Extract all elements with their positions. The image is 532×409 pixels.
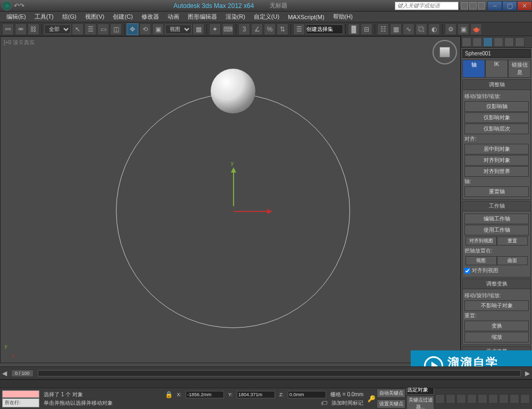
tab-hierarchy-icon[interactable] [483, 37, 493, 47]
menu-render[interactable]: 渲染(R) [221, 12, 250, 22]
tag-icon[interactable]: 🏷 [321, 400, 327, 406]
btn-set-key[interactable]: 设置关键点 [377, 399, 405, 408]
gizmo-x-axis[interactable] [234, 211, 271, 212]
info-icon[interactable] [461, 2, 468, 10]
app-icon[interactable] [2, 1, 12, 11]
view-cube[interactable] [433, 40, 457, 64]
help-search-input[interactable] [395, 2, 459, 10]
btn-dont-affect-children[interactable]: 不影响子对象 [464, 300, 529, 311]
menu-help[interactable]: 帮助(H) [329, 12, 357, 22]
coord-y-input[interactable] [237, 391, 275, 398]
ref-coord-dropdown[interactable]: 视图 [165, 24, 192, 34]
redo-icon[interactable]: ↷ [19, 3, 24, 9]
script-error-row[interactable] [2, 390, 39, 398]
undo-icon[interactable]: ↶ [14, 3, 19, 9]
gizmo-y-axis[interactable] [233, 169, 234, 206]
tab-motion-icon[interactable] [494, 37, 503, 47]
scene-sphere-object[interactable] [211, 69, 255, 113]
curve-editor-icon[interactable]: ∿ [403, 23, 414, 35]
timeline-ruler[interactable] [0, 379, 532, 388]
rollout-header-adjust-pivot[interactable]: 调整轴 [463, 80, 530, 90]
select-name-icon[interactable]: ☰ [85, 23, 96, 35]
help-icon[interactable] [478, 2, 485, 10]
btn-key-filters[interactable]: 关键点过滤器... [406, 396, 434, 409]
close-button[interactable]: ✕ [517, 1, 532, 11]
btn-affect-pivot-only[interactable]: 仅影响轴 [464, 101, 529, 112]
play-icon[interactable] [456, 394, 466, 404]
btn-align-to-world[interactable]: 对齐到世界 [464, 166, 529, 177]
object-name-field[interactable]: Sphere001 [462, 49, 531, 58]
link-icon[interactable]: ⚯ [2, 23, 14, 35]
prev-frame-icon[interactable] [446, 394, 455, 404]
btn-align-to-view[interactable]: 对齐到视图 [466, 236, 497, 246]
time-slider-handle[interactable]: 0 / 100 [11, 370, 34, 377]
next-frame-icon[interactable] [467, 394, 477, 404]
add-time-tag[interactable]: 添加时间标记 [331, 399, 363, 407]
viewport[interactable]: [+0 顶 0 真实 y y x [0, 36, 461, 363]
view-cube-face[interactable] [439, 47, 450, 58]
bind-icon[interactable]: ⛓ [28, 23, 39, 35]
btn-reset-scale[interactable]: 缩放 [464, 332, 529, 342]
star-icon[interactable] [469, 2, 477, 10]
unlink-icon[interactable]: ⚮ [15, 23, 27, 35]
btn-affect-hierarchy-only[interactable]: 仅影响层次 [464, 124, 529, 134]
time-track[interactable] [38, 370, 521, 377]
spinner-snap-icon[interactable]: ⇅ [277, 23, 288, 35]
rollout-header-adjust-transform[interactable]: 调整变换 [463, 279, 530, 289]
key-icon[interactable]: 🔑 [368, 396, 376, 402]
coord-z-input[interactable] [288, 391, 326, 398]
select-scale-icon[interactable]: ▣ [152, 23, 164, 35]
viewport-nav-2-icon[interactable] [499, 394, 509, 404]
btn-align-to-object[interactable]: 对齐到对象 [464, 155, 529, 166]
pivot-center-icon[interactable]: ▦ [193, 23, 204, 35]
btn-edit-working-pivot[interactable]: 编辑工作轴 [464, 214, 529, 224]
edit-named-sel-icon[interactable]: ☰ [293, 23, 305, 35]
select-object-icon[interactable]: ↖ [72, 23, 84, 35]
tab-utilities-icon[interactable] [515, 37, 525, 47]
viewport-label[interactable]: [+0 顶 0 真实 [4, 39, 35, 46]
lock-icon[interactable]: 🔒 [165, 391, 173, 398]
btn-place-surface[interactable]: 曲面 [497, 256, 528, 265]
window-crossing-icon[interactable]: ◫ [110, 23, 122, 35]
graphite-icon[interactable]: ▦ [390, 23, 402, 35]
btn-use-working-pivot[interactable]: 使用工作轴 [464, 225, 529, 235]
menu-views[interactable]: 视图(V) [81, 12, 109, 22]
goto-end-icon[interactable] [478, 394, 487, 404]
minimize-button[interactable]: – [487, 1, 502, 11]
layer-manager-icon[interactable]: ☷ [377, 23, 389, 35]
viewport-nav-1-icon[interactable] [488, 394, 498, 404]
coord-x-input[interactable] [186, 391, 224, 398]
btn-affect-object-only[interactable]: 仅影响对象 [464, 112, 529, 123]
menu-modifiers[interactable]: 修改器 [137, 12, 163, 22]
sub-tab-link-info[interactable]: 链接信息 [508, 60, 531, 78]
selection-filter-dropdown[interactable]: 全部 [44, 24, 71, 34]
schematic-view-icon[interactable]: ⿻ [415, 23, 427, 35]
select-rotate-icon[interactable]: ⟲ [139, 23, 151, 35]
tab-modify-icon[interactable] [472, 37, 482, 47]
align-icon[interactable]: ⊟ [361, 23, 372, 35]
btn-place-view[interactable]: 视图 [466, 256, 497, 265]
maximize-button[interactable]: ▢ [502, 1, 517, 11]
sub-tab-ik[interactable]: IK [485, 60, 508, 78]
sub-tab-pivot[interactable]: 轴 [462, 60, 485, 78]
snap-toggle-icon[interactable]: 3 [238, 23, 250, 35]
viewport-nav-4-icon[interactable] [520, 394, 530, 404]
scene-circle-shape[interactable] [116, 94, 350, 328]
manipulate-icon[interactable]: ✦ [209, 23, 221, 35]
percent-snap-icon[interactable]: % [264, 23, 276, 35]
render-setup-icon[interactable]: ⚙ [445, 23, 456, 35]
btn-reset-pivot[interactable]: 重置轴 [464, 186, 529, 197]
rollout-header-working-pivot[interactable]: 工作轴 [463, 201, 530, 211]
menu-group[interactable]: 组(G) [58, 12, 81, 22]
rendered-frame-icon[interactable]: ▣ [458, 23, 469, 35]
btn-center-to-object[interactable]: 居中到对象 [464, 144, 529, 154]
menu-edit[interactable]: 编辑(E) [2, 12, 30, 22]
select-region-icon[interactable]: ▭ [97, 23, 109, 35]
mirror-icon[interactable]: ▐▌ [348, 23, 360, 35]
btn-auto-key[interactable]: 自动关键点 [377, 389, 405, 398]
menu-graph-editors[interactable]: 图形编辑器 [184, 12, 221, 22]
menu-animation[interactable]: 动画 [163, 12, 184, 22]
viewport-nav-3-icon[interactable] [510, 394, 519, 404]
check-align-to-view[interactable]: 对齐到视图 [464, 267, 529, 274]
btn-reset-transform[interactable]: 变换 [464, 321, 529, 331]
